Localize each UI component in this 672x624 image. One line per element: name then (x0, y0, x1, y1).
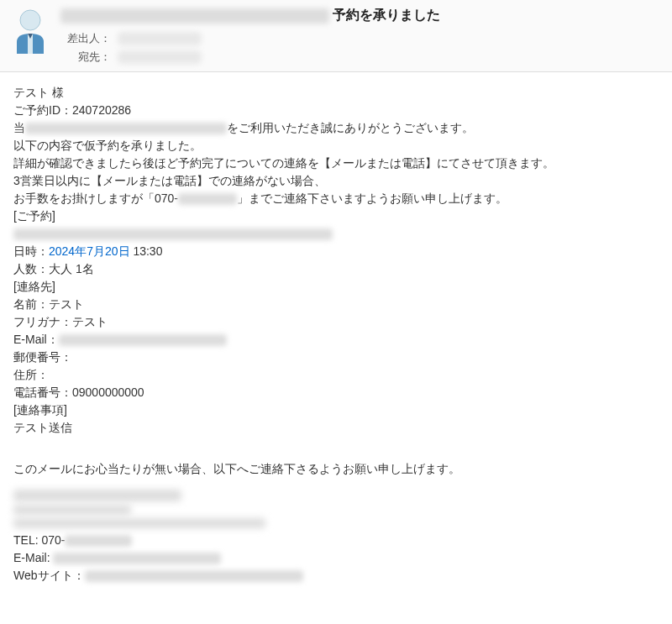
notes-header: [連絡事項] (13, 401, 659, 419)
from-row: 差出人： (60, 31, 662, 46)
footer-email: E-Mail: (13, 549, 659, 567)
clinic-name-redacted (25, 123, 227, 134)
to-value-redacted (118, 50, 202, 64)
subject-redacted (60, 8, 329, 24)
accept-line2: 詳細が確認できましたら後ほど予約完了についての連絡を【メールまたは電話】にてさせ… (13, 155, 659, 172)
contact-header: [連絡先] (13, 278, 659, 296)
reservation-count: 人数：大人 1名 (13, 260, 659, 278)
contact-name: 名前：テスト (13, 296, 659, 313)
reservation-id: ご予約ID：240720286 (13, 102, 659, 119)
email-body: テスト 様 ご予約ID：240720286 当をご利用いただき誠にありがとうござ… (0, 72, 672, 596)
phone-redacted (178, 193, 237, 205)
reservation-datetime: 日時：2024年7月20日 13:30 (13, 243, 659, 260)
contact-email: E-Mail： (13, 331, 659, 349)
footer-block: TEL: 070- E-Mail: Webサイト： (13, 490, 659, 585)
to-row: 宛先： (60, 50, 662, 65)
notice-line1: 3営業日以内に【メールまたは電話】での連絡がない場合、 (13, 172, 659, 190)
email-header: 予約を承りました 差出人： 宛先： (0, 0, 672, 72)
email-subject: 予約を承りました (60, 7, 662, 24)
reservation-header: [ご予約] (13, 207, 659, 225)
greeting-name: テスト 様 (13, 84, 659, 102)
contact-phone: 電話番号：09000000000 (13, 384, 659, 401)
footer-redacted-2 (13, 505, 131, 515)
footer-tel: TEL: 070- (13, 532, 659, 549)
subject-suffix: 予約を承りました (333, 7, 440, 24)
notes-body: テスト送信 (13, 419, 659, 437)
disclaimer: このメールにお心当たりが無い場合、以下へご連絡下さるようお願い申し上げます。 (13, 460, 659, 478)
footer-web: Webサイト： (13, 567, 659, 585)
reservation-place-redacted (13, 225, 659, 243)
accept-line1: 以下の内容で仮予約を承りました。 (13, 137, 659, 155)
from-value-redacted (118, 32, 202, 45)
header-content: 予約を承りました 差出人： 宛先： (60, 7, 662, 68)
contact-postal: 郵便番号： (13, 349, 659, 366)
contact-kana: フリガナ：テスト (13, 313, 659, 331)
avatar (10, 7, 50, 54)
footer-redacted-3 (13, 518, 265, 528)
thanks-line: 当をご利用いただき誠にありがとうございます。 (13, 119, 659, 137)
from-label: 差出人： (60, 31, 111, 46)
contact-address: 住所： (13, 366, 659, 384)
to-label: 宛先： (60, 50, 111, 65)
reservation-date-link[interactable]: 2024年7月20日 (49, 244, 130, 258)
email-redacted (59, 334, 227, 346)
svg-point-0 (20, 10, 40, 30)
footer-redacted-1 (13, 490, 181, 501)
notice-line2: お手数をお掛けしますが「070-」までご連絡下さいますようお願い申し上げます。 (13, 190, 659, 207)
